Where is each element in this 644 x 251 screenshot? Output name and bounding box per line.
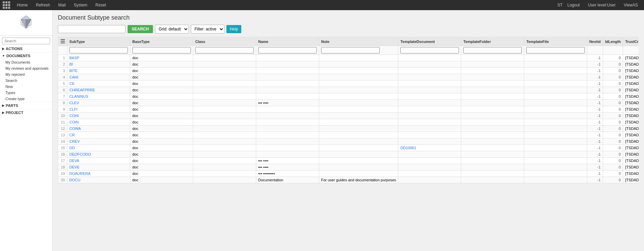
search-button[interactable]: SEARCH [128, 25, 153, 33]
table-cell[interactable]: DOAURERA [67, 170, 130, 177]
logout-button[interactable]: Logout [564, 0, 583, 10]
col-subtype[interactable]: SubType [67, 37, 130, 46]
home-button[interactable]: Home [14, 0, 31, 10]
subtype-link[interactable]: CHREAFPRRE [69, 88, 95, 92]
col-nextid[interactable]: Nextid [587, 37, 603, 46]
table-cell [193, 119, 256, 126]
table-cell[interactable]: DEVA [67, 158, 130, 164]
table-cell: 4 [58, 74, 67, 81]
table-cell[interactable]: CREV [67, 138, 130, 145]
col-class[interactable]: Class [193, 37, 256, 46]
sidebar-item-search[interactable]: Search [0, 77, 52, 84]
sidebar-item-new[interactable]: New [0, 84, 52, 90]
filter-basetype[interactable] [132, 47, 191, 53]
search-input[interactable] [58, 25, 126, 33]
col-templatedoc[interactable]: TemplateDocument [398, 37, 461, 46]
table-cell[interactable]: CAHI [67, 74, 130, 81]
table-cell: -1 [587, 100, 603, 106]
subtype-link[interactable]: CLANINUS [69, 94, 88, 98]
filter-templatefile[interactable] [526, 47, 585, 53]
table-cell[interactable]: BITE [67, 68, 130, 74]
filter-name[interactable] [258, 47, 317, 53]
refresh-button[interactable]: Refresh [32, 0, 53, 10]
col-templatefile[interactable]: TemplateFile [524, 37, 587, 46]
subtype-link[interactable]: BITE [69, 69, 77, 73]
subtype-link[interactable]: BASP [69, 56, 79, 60]
table-cell[interactable]: CLEV [67, 100, 130, 106]
grid-dropdown[interactable]: Grid: default [155, 25, 189, 33]
col-note[interactable]: Note [319, 37, 398, 46]
help-button[interactable]: Help [226, 25, 242, 33]
subtype-link[interactable]: CAHI [69, 75, 78, 79]
subtype-link[interactable]: DOCU [69, 178, 80, 182]
table-row: 12COWAdoc-10[TSDADMIN]ts/schema/schemaxm… [58, 126, 639, 132]
table-cell[interactable]: DEVE [67, 164, 130, 170]
table-cell [461, 158, 524, 164]
table-cell[interactable]: CR [67, 132, 130, 138]
subtype-link[interactable]: CREV [69, 139, 80, 143]
sidebar-section-parts[interactable]: ▶ PARTS [0, 102, 52, 109]
sidebar-section-documents[interactable]: ▼ DOCUMENTS [0, 52, 52, 59]
view-as-button[interactable]: ViewAS [620, 0, 641, 10]
sidebar-item-create-type[interactable]: Create type [0, 96, 52, 102]
table-cell: ••• ••••••••• [256, 170, 319, 177]
table-cell: doc [130, 74, 193, 81]
table-cell[interactable]: CLANINUS [67, 93, 130, 100]
subtype-link[interactable]: DOAURERA [69, 172, 90, 176]
col-trustcreate[interactable]: TrustCreate [623, 37, 639, 46]
filter-class[interactable] [195, 47, 254, 53]
sidebar-item-my-rejected[interactable]: My rejected [0, 71, 52, 77]
grid-icon[interactable] [3, 1, 10, 9]
sidebar-section-project[interactable]: ▶ PROJECT [0, 109, 52, 116]
filter-note[interactable] [321, 47, 380, 53]
table-cell[interactable]: COIN [67, 119, 130, 126]
subtype-link[interactable]: DD [69, 146, 75, 150]
table-cell[interactable]: CLFI [67, 106, 130, 113]
col-templatefolder[interactable]: TemplateFolder [461, 37, 524, 46]
table-cell[interactable]: DOCU [67, 177, 130, 183]
table-row: 17DEVAdoc••• ••••-10[TSDADMIN]ts/schema/… [58, 158, 639, 164]
filter-dropdown[interactable]: Filter: active [191, 25, 224, 33]
table-cell[interactable]: DD10001 [398, 145, 461, 151]
table-cell[interactable]: COWA [67, 126, 130, 132]
sidebar-item-label: My reviews and approvals [5, 66, 48, 70]
hamburger-icon[interactable]: ☰ [60, 39, 65, 44]
subtype-link[interactable]: CLFI [69, 107, 77, 111]
table-cell[interactable]: DD [67, 145, 130, 151]
sidebar-item-my-reviews[interactable]: My reviews and approvals [0, 65, 52, 71]
subtype-link[interactable]: BI [69, 62, 73, 66]
subtype-link[interactable]: DEVE [69, 165, 80, 169]
user-level-button[interactable]: User level:User [584, 0, 619, 10]
sidebar-section-actions[interactable]: ▶ ACTIONS [0, 45, 52, 52]
sidebar-section-label: PROJECT [6, 111, 23, 115]
filter-subtype[interactable] [69, 47, 128, 53]
table-cell[interactable]: BASP [67, 55, 130, 61]
subtype-link[interactable]: COHI [69, 114, 79, 118]
table-cell[interactable]: BI [67, 61, 130, 68]
sidebar-item-my-documents[interactable]: My Documents [0, 59, 52, 65]
subtype-link[interactable]: COWA [69, 127, 81, 131]
subtype-link[interactable]: DEOFCODO [69, 152, 91, 156]
col-name[interactable]: Name [256, 37, 319, 46]
mail-button[interactable]: Mail [55, 0, 69, 10]
reset-button[interactable]: Reset [92, 0, 109, 10]
filter-templatedoc[interactable] [400, 47, 459, 53]
col-basetype[interactable]: BaseType [130, 37, 193, 46]
system-button[interactable]: System [70, 0, 91, 10]
schema-link[interactable]: DD10001 [400, 146, 416, 150]
table-cell[interactable]: CHREAFPRRE [67, 87, 130, 93]
table-cell [461, 170, 524, 177]
subtype-link[interactable]: CR [69, 133, 75, 137]
col-idlength[interactable]: IdLength [603, 37, 623, 46]
table-cell[interactable]: CE [67, 81, 130, 87]
subtype-link[interactable]: DEVA [69, 159, 79, 163]
subtype-link[interactable]: COIN [69, 120, 79, 124]
table-cell [398, 138, 461, 145]
sidebar-search-input[interactable] [2, 38, 50, 44]
table-cell[interactable]: COHI [67, 113, 130, 119]
table-cell[interactable]: DEOFCODO [67, 151, 130, 158]
filter-templatefolder[interactable] [463, 47, 522, 53]
subtype-link[interactable]: CLEV [69, 101, 79, 105]
sidebar-item-types[interactable]: Types [0, 90, 52, 96]
subtype-link[interactable]: CE [69, 82, 74, 86]
